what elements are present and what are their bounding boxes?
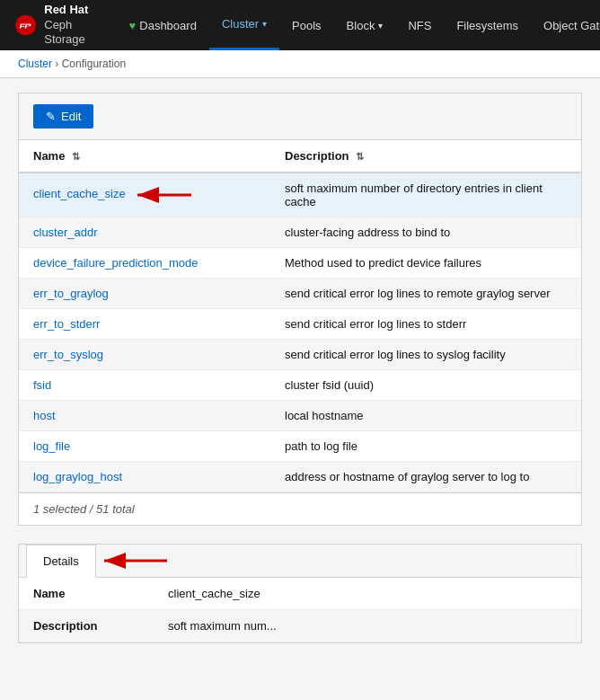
config-desc-cell: Method used to predict device failures: [270, 248, 581, 279]
table-row[interactable]: log_graylog_hostaddress or hostname of g…: [19, 462, 581, 492]
pencil-icon: ✎: [46, 110, 56, 123]
config-desc-cell: send critical error log lines to syslog …: [270, 340, 581, 370]
config-name-cell[interactable]: log_graylog_host: [19, 462, 270, 492]
details-section: Details Name client_cache_size Descripti…: [18, 544, 582, 643]
app-name-line2: Ceph Storage: [44, 18, 94, 49]
config-desc-cell: cluster-facing address to bind to: [270, 217, 581, 248]
nav-label-object-gateway: Object Gateway: [543, 19, 600, 32]
app-logo[interactable]: Red Hat Ceph Storage: [14, 3, 95, 49]
main-nav: ♥ Dashboard Cluster ▾ Pools Block ▾ NFS …: [117, 0, 600, 50]
row-arrow-annotation: [133, 186, 196, 204]
table-row[interactable]: cluster_addrcluster-facing address to bi…: [19, 217, 581, 248]
config-name-cell[interactable]: device_failure_prediction_mode: [19, 248, 270, 279]
sort-icon-desc: ⇅: [356, 151, 364, 162]
table-row[interactable]: fsidcluster fsid (uuid): [19, 370, 581, 401]
details-label-name: Name: [19, 578, 154, 610]
app-name-line1: Red Hat: [44, 3, 94, 18]
details-label-description: Description: [19, 610, 154, 642]
nav-item-object-gateway[interactable]: Object Gateway ▾: [531, 0, 600, 50]
config-desc-cell: cluster fsid (uuid): [270, 370, 581, 401]
edit-button[interactable]: ✎ Edit: [33, 104, 93, 128]
nav-label-filesystems: Filesystems: [456, 19, 518, 32]
nav-item-block[interactable]: Block ▾: [334, 0, 396, 50]
config-name-cell[interactable]: err_to_graylog: [19, 279, 270, 309]
config-name-cell[interactable]: err_to_syslog: [19, 340, 270, 370]
nav-label-dashboard: Dashboard: [139, 19, 197, 32]
details-tab-bar: Details: [19, 545, 581, 578]
nav-label-cluster: Cluster: [222, 17, 259, 31]
main-content: ✎ Edit Name ⇅ Description ⇅ clie: [0, 78, 600, 658]
config-desc-cell: local hostname: [270, 401, 581, 431]
nav-label-pools: Pools: [292, 19, 322, 32]
topbar: Red Hat Ceph Storage ♥ Dashboard Cluster…: [0, 0, 600, 50]
nav-label-block: Block: [347, 19, 375, 32]
edit-button-label: Edit: [61, 110, 81, 123]
breadcrumb-current: Configuration: [62, 58, 126, 70]
details-row-name: Name client_cache_size: [19, 578, 581, 610]
config-name-cell[interactable]: client_cache_size: [19, 173, 270, 217]
redhat-icon: [14, 9, 37, 41]
config-desc-cell: address or hostname of graylog server to…: [270, 462, 581, 492]
config-panel: ✎ Edit Name ⇅ Description ⇅ clie: [18, 93, 582, 526]
details-arrow-annotation: [100, 548, 172, 573]
config-name-cell[interactable]: fsid: [19, 370, 270, 401]
config-table: Name ⇅ Description ⇅ client_cache_size: [19, 140, 581, 492]
details-row-description: Description soft maximum num...: [19, 610, 581, 642]
config-desc-cell: soft maximum number of directory entries…: [270, 173, 581, 217]
config-desc-cell: send critical error log lines to remote …: [270, 279, 581, 309]
heartbeat-icon: ♥: [129, 19, 137, 32]
nav-item-nfs[interactable]: NFS: [395, 0, 444, 50]
chevron-down-icon-block: ▾: [378, 21, 383, 31]
details-tab-label: Details: [43, 554, 79, 568]
table-row[interactable]: device_failure_prediction_modeMethod use…: [19, 248, 581, 279]
breadcrumb: Cluster › Configuration: [0, 50, 600, 78]
col-header-description[interactable]: Description ⇅: [270, 140, 581, 173]
table-footer: 1 selected / 51 total: [19, 492, 581, 525]
config-name-cell[interactable]: cluster_addr: [19, 217, 270, 248]
selection-count: 1 selected / 51 total: [33, 502, 135, 516]
chevron-down-icon: ▾: [262, 19, 267, 29]
details-table: Name client_cache_size Description soft …: [19, 578, 581, 642]
table-row[interactable]: err_to_graylogsend critical error log li…: [19, 279, 581, 309]
config-desc-cell: path to log file: [270, 431, 581, 462]
table-row[interactable]: err_to_syslogsend critical error log lin…: [19, 340, 581, 370]
config-name-cell[interactable]: log_file: [19, 431, 270, 462]
config-name-cell[interactable]: host: [19, 401, 270, 431]
col-header-name[interactable]: Name ⇅: [19, 140, 270, 173]
breadcrumb-parent[interactable]: Cluster: [18, 58, 52, 70]
nav-item-cluster[interactable]: Cluster ▾: [209, 0, 279, 50]
nav-label-nfs: NFS: [408, 19, 431, 32]
table-row[interactable]: err_to_stderrsend critical error log lin…: [19, 309, 581, 340]
config-toolbar: ✎ Edit: [19, 93, 581, 140]
details-tab[interactable]: Details: [26, 545, 96, 578]
table-row[interactable]: client_cache_size soft maximum number of…: [19, 173, 581, 217]
nav-item-filesystems[interactable]: Filesystems: [444, 0, 531, 50]
config-desc-cell: send critical error log lines to stderr: [270, 309, 581, 340]
table-row[interactable]: hostlocal hostname: [19, 401, 581, 431]
nav-item-dashboard[interactable]: ♥ Dashboard: [117, 0, 209, 50]
table-row[interactable]: log_filepath to log file: [19, 431, 581, 462]
details-value-name: client_cache_size: [154, 578, 581, 610]
config-name-cell[interactable]: err_to_stderr: [19, 309, 270, 340]
nav-item-pools[interactable]: Pools: [279, 0, 334, 50]
sort-icon-name: ⇅: [72, 151, 80, 162]
details-value-description: soft maximum num...: [154, 610, 581, 642]
